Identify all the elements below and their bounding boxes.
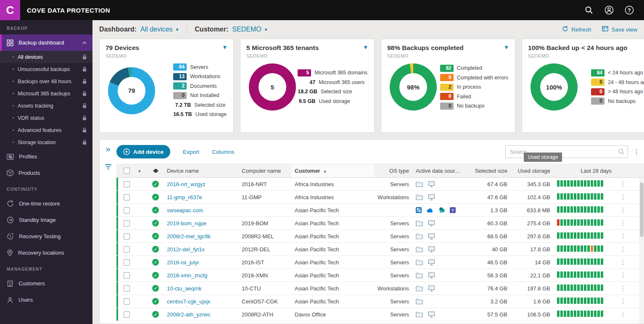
columns-button[interactable]: Columns: [212, 149, 234, 155]
device-name-link[interactable]: 11-gmp_r637e: [167, 194, 202, 200]
sidebar-item-customers[interactable]: Customers: [0, 275, 92, 292]
save-view-button[interactable]: Save view: [602, 26, 637, 33]
backup-day-segment: [567, 258, 570, 265]
refresh-button[interactable]: Refresh: [562, 26, 591, 33]
row-checkbox[interactable]: [124, 207, 130, 213]
column-header-active-data-sources[interactable]: Active data sour...: [412, 168, 464, 174]
row-menu-icon[interactable]: ⋮: [620, 298, 626, 305]
table-menu-icon[interactable]: ⋮: [633, 148, 639, 156]
device-name-link[interactable]: 2016-ist_julyi: [167, 259, 199, 266]
chevron-down-icon[interactable]: ▼: [222, 44, 227, 50]
collapse-panel-icon[interactable]: »: [106, 145, 110, 153]
device-name-link[interactable]: 2012r-del_fyt1x: [167, 246, 205, 253]
row-menu-icon[interactable]: ⋮: [620, 271, 626, 279]
dashboard-select[interactable]: All devices ▼: [140, 26, 179, 33]
export-button[interactable]: Export: [183, 149, 199, 155]
backup-day-segment: [574, 219, 576, 226]
card-body: 7964Servers13Workstations2Documents0Not …: [106, 63, 227, 118]
row-checkbox[interactable]: [124, 285, 130, 292]
device-name-link[interactable]: 10-ctu_aeqmk: [167, 285, 201, 292]
customer-cell: Africa Industries: [291, 194, 374, 200]
bullet-dot: [13, 56, 14, 58]
sidebar-item-backups-over-48-hours[interactable]: Backups over 48 hours: [0, 75, 92, 87]
priority-icon[interactable]: [153, 169, 158, 173]
row-menu-icon[interactable]: ⋮: [620, 245, 626, 253]
device-name-link[interactable]: 2008r2-ath_yznec: [167, 311, 211, 318]
sidebar-item-microsoft-365-backups[interactable]: Microsoft 365 backups: [0, 87, 92, 100]
sidebar-item-storage-location[interactable]: Storage location: [0, 136, 92, 148]
table-row[interactable]: ✓2008r2-mel_tgc9k2008R2-MELAsian Pacific…: [116, 230, 644, 243]
legend-label: Workstations: [190, 74, 220, 79]
help-icon[interactable]: ?: [624, 5, 635, 16]
add-device-button[interactable]: Add device: [116, 145, 170, 158]
device-name-link[interactable]: 2016-nrt_wzgyz: [167, 181, 206, 187]
column-header-customer[interactable]: Customer ▲: [291, 164, 374, 177]
filter-icon[interactable]: [105, 164, 112, 170]
monitor-icon: [428, 285, 435, 292]
table-row[interactable]: ✓2016-xmn_zncfg2016-XMNAsian Pacific Tec…: [116, 269, 644, 282]
table-row[interactable]: ✓2016-nrt_wzgyz2016-NRTAfrica Industries…: [116, 178, 644, 191]
sidebar-item-all-devices[interactable]: All devices: [0, 51, 92, 63]
chevron-down-icon[interactable]: ▼: [363, 44, 368, 50]
column-header-os-type[interactable]: OS type: [374, 168, 412, 174]
chevron-down-icon[interactable]: ▼: [504, 44, 509, 50]
column-header-last-28-days[interactable]: Last 28 days: [554, 168, 615, 174]
row-checkbox[interactable]: [124, 298, 130, 305]
table-row[interactable]: ✓2012r-del_fyt1x2012R-DELAsian Pacific T…: [116, 243, 644, 256]
row-menu-icon[interactable]: ⋮: [620, 258, 626, 266]
search-icon[interactable]: [583, 5, 594, 16]
sidebar-item-standby-image[interactable]: Standby Image: [0, 212, 92, 228]
row-menu-icon[interactable]: ⋮: [620, 206, 626, 213]
app-logo[interactable]: C: [0, 0, 20, 20]
table-row[interactable]: ✓centos7-cgk_ujxjxCentOS7-CGKAsian Pacif…: [116, 295, 644, 308]
row-checkbox[interactable]: [124, 259, 130, 266]
row-menu-icon[interactable]: ⋮: [620, 311, 626, 318]
row-menu-icon[interactable]: ⋮: [620, 232, 626, 240]
sidebar-item-recovery-locations[interactable]: Recovery locations: [0, 245, 92, 261]
devices-table-card: Used storage » Add device Export Columns: [99, 139, 644, 324]
table-row[interactable]: ✓10-ctu_aeqmk10-CTUAsian Pacific TechWor…: [116, 282, 644, 295]
sidebar-item-unsuccessful-backups[interactable]: Unsuccessful backups: [0, 63, 92, 75]
select-all-checkbox[interactable]: [124, 168, 130, 174]
row-checkbox[interactable]: [124, 272, 130, 279]
card-subtitle: SEDEMO: [387, 53, 509, 58]
select-menu-chevron-icon[interactable]: ▾: [138, 169, 141, 174]
row-checkbox[interactable]: [124, 233, 130, 240]
device-name-link[interactable]: 2008r2-mel_tgc9k: [167, 233, 211, 240]
column-header-device-name[interactable]: Device name: [164, 168, 238, 174]
sidebar-item-vdr-status[interactable]: VDR status: [0, 112, 92, 124]
backup-day-segment: [564, 284, 566, 291]
customer-select[interactable]: SEDEMO ▼: [232, 26, 268, 33]
scrollbar-thumb[interactable]: [640, 182, 644, 237]
sidebar-item-users[interactable]: Users: [0, 292, 92, 308]
row-checkbox[interactable]: [124, 194, 130, 200]
sidebar-item-recovery-testing[interactable]: Recovery Testing: [0, 228, 92, 245]
row-checkbox[interactable]: [124, 246, 130, 253]
table-row[interactable]: ✓2016-ist_julyi2016-ISTAsian Pacific Tec…: [116, 256, 644, 269]
column-header-computer-name[interactable]: Computer name: [238, 168, 291, 174]
sidebar-item-advanced-features[interactable]: Advanced features: [0, 124, 92, 136]
sidebar-item-profiles[interactable]: Profiles: [0, 148, 92, 165]
table-row[interactable]: ✓swseapac.comAsian Pacific TechT1.3 GB63…: [116, 204, 644, 217]
device-name-link[interactable]: swseapac.com: [167, 207, 203, 213]
row-checkbox[interactable]: [124, 220, 130, 227]
table-row[interactable]: ✓11-gmp_r637e11-GMPAfrica IndustriesWork…: [116, 191, 644, 204]
table-row[interactable]: ✓2019-bom_rsjpe2019-BOMAsian Pacific Tec…: [116, 217, 644, 230]
device-name-link[interactable]: centos7-cgk_ujxjx: [167, 298, 210, 305]
row-checkbox[interactable]: [124, 311, 130, 318]
sidebar-item-one-time-restore[interactable]: One-time restore: [0, 195, 92, 212]
row-menu-icon[interactable]: ⋮: [620, 219, 626, 227]
column-header-used-storage[interactable]: Used storage: [511, 168, 554, 174]
sidebar-item-backup-dashboard[interactable]: Backup dashboard: [0, 34, 92, 51]
row-checkbox[interactable]: [124, 181, 130, 187]
table-row[interactable]: ✓2008r2-ath_yznec2008R2-ATHDavos OfficeS…: [116, 308, 644, 321]
sidebar-item-products[interactable]: Products: [0, 165, 92, 181]
device-name-link[interactable]: 2019-bom_rsjpe: [167, 220, 206, 227]
account-icon[interactable]: [604, 5, 615, 16]
sidebar-item-assets-tracking[interactable]: Assets tracking: [0, 100, 92, 112]
column-header-selected-size[interactable]: Selected size: [464, 168, 511, 174]
device-name-link[interactable]: 2016-xmn_zncfg: [167, 272, 207, 279]
row-menu-icon[interactable]: ⋮: [620, 284, 626, 292]
row-menu-icon[interactable]: ⋮: [620, 180, 626, 187]
row-menu-icon[interactable]: ⋮: [620, 193, 626, 200]
